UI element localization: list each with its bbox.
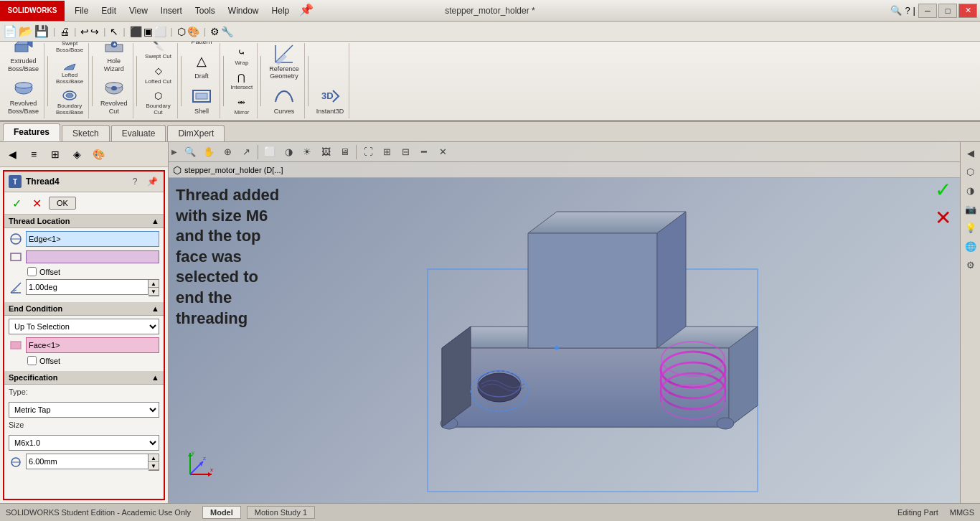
hole-wizard-button[interactable]: ★ HoleWizard xyxy=(100,42,128,74)
vp-scene-button[interactable]: 🖼 xyxy=(317,144,334,160)
diameter-down-button[interactable]: ▼ xyxy=(149,462,159,470)
wrap-button[interactable]: ⤿ Wrap xyxy=(232,44,251,67)
panel-color-icon[interactable]: 🎨 xyxy=(89,145,108,164)
settings-icon[interactable]: ⚙ xyxy=(210,26,220,37)
curves-button[interactable]: Curves xyxy=(270,83,298,117)
end-condition-header[interactable]: End Condition ▲ xyxy=(4,302,164,316)
lofted-boss-button[interactable]: Lofted Boss/Base xyxy=(54,56,85,86)
menu-tools[interactable]: Tools xyxy=(189,3,221,19)
rib-button[interactable]: ┤ Rib xyxy=(232,42,251,42)
edit-appearance-icon[interactable]: 🎨 xyxy=(187,26,199,37)
panel-back-icon[interactable]: ◀ xyxy=(3,145,22,164)
redo-icon[interactable]: ↪ xyxy=(90,26,99,37)
end-condition-select[interactable]: Up To Selection xyxy=(9,319,159,334)
vp-light-button[interactable]: ☀ xyxy=(298,144,316,160)
boundary-boss-button[interactable]: Boundary Boss/Base xyxy=(54,87,85,117)
vp-grid-button[interactable]: ⊞ xyxy=(378,144,395,160)
boundary-cut-button[interactable]: ⬡ Boundary Cut xyxy=(143,87,174,117)
thread-start-input[interactable] xyxy=(26,250,159,263)
menu-file[interactable]: File xyxy=(69,3,94,19)
search-icon[interactable]: 🔍 xyxy=(890,5,902,16)
viewport-accept-button[interactable]: ✓ xyxy=(935,178,951,202)
minimize-button[interactable]: ─ xyxy=(918,4,937,18)
right-scene-icon[interactable]: 🌐 xyxy=(963,238,979,254)
vp-close-vp-button[interactable]: ✕ xyxy=(434,144,451,160)
options-icon[interactable]: 🔧 xyxy=(221,26,233,37)
offset-checkbox-2[interactable] xyxy=(27,356,37,365)
type-select[interactable]: Metric Tap xyxy=(9,402,159,418)
display-style-icon[interactable]: ⬡ xyxy=(177,26,186,37)
thread-help-icon[interactable]: ? xyxy=(128,174,142,189)
lofted-cut-button[interactable]: ◇ Lofted Cut xyxy=(143,62,173,86)
vp-pan-button[interactable]: ✋ xyxy=(200,144,217,160)
motion-tab[interactable]: Motion Study 1 xyxy=(247,508,315,517)
revolved-boss-button[interactable]: RevolvedBoss/Base xyxy=(6,75,41,117)
face-input[interactable] xyxy=(26,337,159,353)
diameter-input[interactable] xyxy=(26,454,149,469)
tab-features[interactable]: Features xyxy=(3,123,60,141)
extruded-boss-button[interactable]: ExtrudedBoss/Base xyxy=(6,42,41,74)
save-icon[interactable]: 💾 xyxy=(34,24,49,38)
vp-view-button[interactable]: ⬜ xyxy=(261,144,278,160)
new-file-icon[interactable]: 📄 xyxy=(3,24,17,38)
help-icon[interactable]: ? xyxy=(905,5,910,16)
right-settings-icon[interactable]: ⚙ xyxy=(963,257,979,273)
accept-button[interactable]: ✓ xyxy=(9,195,24,211)
menu-view[interactable]: View xyxy=(123,3,154,19)
size-select[interactable]: M6x1.0 xyxy=(9,435,159,451)
specification-header[interactable]: Specification ▲ xyxy=(4,371,164,385)
menu-help[interactable]: Help xyxy=(266,3,296,19)
menu-insert[interactable]: Insert xyxy=(155,3,188,19)
vp-zoom-button[interactable]: ⊕ xyxy=(219,144,236,160)
thread-pin-icon[interactable]: 📌 xyxy=(145,174,159,189)
right-expand-icon[interactable]: ◀ xyxy=(963,145,979,161)
angle-input[interactable] xyxy=(26,279,149,295)
swept-cut-button[interactable]: 🔪 Swept Cut xyxy=(143,42,173,61)
select-icon[interactable]: ↖ xyxy=(110,26,118,37)
close-button[interactable]: ✕ xyxy=(958,4,977,18)
angle-up-button[interactable]: ▲ xyxy=(149,280,159,288)
revolved-cut-button[interactable]: RevolvedCut xyxy=(98,75,130,117)
tab-evaluate[interactable]: Evaluate xyxy=(111,125,166,141)
right-view-icon[interactable]: 📷 xyxy=(963,201,979,217)
right-display-icon[interactable]: ◑ xyxy=(963,182,979,198)
view-orient-icon[interactable]: ⬛ xyxy=(130,26,142,37)
print-icon[interactable]: 🖨 xyxy=(60,26,70,37)
vp-rotate-button[interactable]: 🔍 xyxy=(182,144,199,160)
vp-shade-button[interactable]: ◑ xyxy=(280,144,297,160)
right-feature-icon[interactable]: ⬡ xyxy=(963,164,979,179)
cancel-button[interactable]: ✕ xyxy=(29,195,44,211)
tab-dimxpert[interactable]: DimXpert xyxy=(167,125,225,141)
reference-geometry-button[interactable]: ReferenceGeometry xyxy=(267,42,301,82)
pin-icon[interactable]: 📌 xyxy=(299,3,314,19)
instant3d-button[interactable]: 3D Instant3D xyxy=(314,83,347,117)
mirror-button[interactable]: ⥈ Mirror xyxy=(232,93,251,117)
model-tab-label[interactable]: Model xyxy=(202,506,241,519)
ok-button[interactable]: OK xyxy=(49,197,76,210)
menu-edit[interactable]: Edit xyxy=(95,3,122,19)
intersect-button[interactable]: ⋂ Intersect xyxy=(230,68,255,92)
model-tab[interactable]: Model xyxy=(202,508,241,517)
maximize-button[interactable]: □ xyxy=(938,4,957,18)
vp-split-button[interactable]: ⊟ xyxy=(397,144,414,160)
right-light-icon[interactable]: 💡 xyxy=(963,220,979,235)
offset-label-2[interactable]: Offset xyxy=(27,356,60,365)
panel-pin-icon[interactable]: ◈ xyxy=(67,145,86,164)
angle-down-button[interactable]: ▼ xyxy=(149,288,159,296)
viewport-cancel-button[interactable]: ✕ xyxy=(935,206,951,230)
thread-location-header[interactable]: Thread Location ▲ xyxy=(4,215,164,228)
linear-pattern-button[interactable]: LinearPattern xyxy=(187,42,216,47)
diameter-up-button[interactable]: ▲ xyxy=(149,454,159,462)
tab-sketch[interactable]: Sketch xyxy=(62,125,110,141)
view3-icon[interactable]: ⬜ xyxy=(154,26,166,37)
vp-minimize-button[interactable]: ━ xyxy=(415,144,433,160)
menu-window[interactable]: Window xyxy=(222,3,265,19)
edge-input[interactable] xyxy=(26,231,159,247)
undo-icon[interactable]: ↩ xyxy=(80,26,89,37)
open-file-icon[interactable]: 📂 xyxy=(19,24,33,38)
view-select-icon[interactable]: ▣ xyxy=(143,26,153,37)
vp-expand-button[interactable]: ⛶ xyxy=(359,144,377,160)
draft-button[interactable]: △ Draft xyxy=(187,48,216,82)
offset-checkbox-1[interactable] xyxy=(27,267,37,276)
swept-boss-button[interactable]: Swept Boss/Base xyxy=(54,42,85,55)
